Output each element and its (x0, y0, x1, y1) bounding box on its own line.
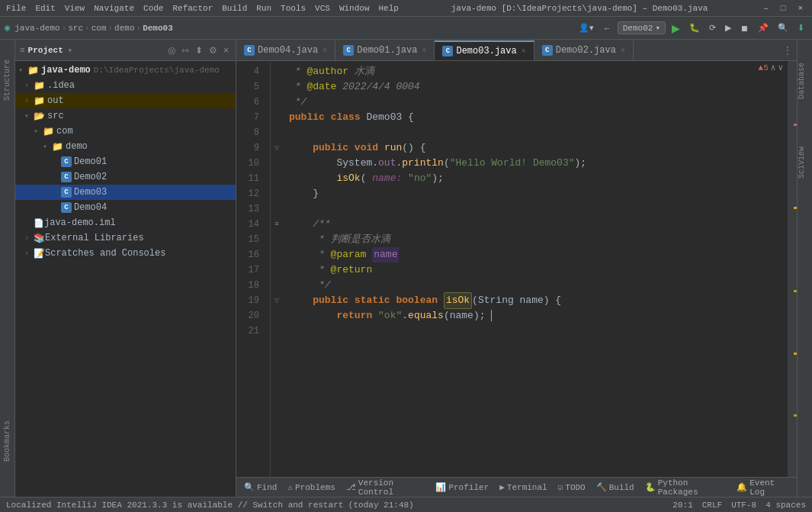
gutter-5 (271, 79, 283, 95)
database-panel-tab[interactable]: Database (798, 63, 806, 99)
panel-locate-button[interactable]: ◎ (165, 44, 178, 56)
fold-arrow-19[interactable]: ▽ (274, 296, 279, 305)
panel-close-button[interactable]: × (221, 44, 231, 56)
profiler-button[interactable]: 📊 Profiler (431, 481, 493, 494)
menu-vcs[interactable]: VCS (315, 4, 330, 13)
tree-item-demo[interactable]: ▾ 📁 demo (15, 139, 236, 154)
tree-arrow-src: ▾ (24, 111, 34, 121)
fold-arrow-9[interactable]: ▽ (274, 143, 279, 153)
version-control-button[interactable]: ⎇ Version Control (342, 477, 430, 498)
minimize-button[interactable]: – (760, 4, 772, 13)
tree-item-src[interactable]: ▾ 📂 src (15, 108, 236, 124)
menu-code[interactable]: Code (143, 4, 163, 13)
nav-back-button[interactable]: ← (600, 22, 615, 34)
indent-settings[interactable]: 4 spaces (765, 501, 806, 510)
todo-button[interactable]: ☑ TODO (554, 481, 590, 494)
tree-root[interactable]: ▾ 📁 java-demo D:\IdeaProjects\java-demo (15, 63, 236, 78)
panel-collapse-button[interactable]: ⬍ (193, 44, 205, 56)
tree-item-demo01[interactable]: C Demo01 (15, 154, 236, 169)
src-folder-icon: 📂 (34, 111, 45, 122)
coverage-button[interactable]: ⟳ (706, 21, 719, 34)
menu-refactor[interactable]: Refactor (172, 4, 213, 13)
menu-view[interactable]: View (65, 4, 85, 13)
tree-item-demo04[interactable]: C Demo04 (15, 200, 236, 215)
tree-label-demo03: Demo03 (74, 187, 107, 198)
menu-navigate[interactable]: Navigate (94, 4, 134, 13)
tree-item-demo03[interactable]: C Demo03 (15, 185, 236, 200)
tree-arrow-idea: › (24, 82, 34, 90)
bookmarks-tab[interactable]: Bookmarks (2, 416, 13, 466)
close-button[interactable]: × (794, 4, 806, 13)
build-button[interactable]: 🔨 Build (592, 481, 639, 494)
tree-label-src: src (47, 111, 64, 121)
tree-item-demo02[interactable]: C Demo02 (15, 169, 236, 185)
menu-file[interactable]: File (6, 4, 26, 13)
encoding[interactable]: UTF-8 (731, 501, 756, 510)
tab-demo04-icon: C (244, 45, 255, 56)
gutter-13 (271, 201, 283, 217)
terminal-button[interactable]: ▶ Terminal (495, 481, 551, 494)
stop-button[interactable]: ⏹ (737, 22, 752, 34)
tab-demo03[interactable]: C Demo03.java × (435, 40, 534, 60)
menu-run[interactable]: Run (256, 4, 271, 13)
tree-item-idea[interactable]: › 📁 .idea (15, 78, 236, 93)
tab-demo02-close[interactable]: × (621, 47, 625, 55)
tree-item-scratches[interactable]: › 📝 Scratches and Consoles (15, 246, 236, 261)
gutter-17 (271, 262, 283, 278)
tab-demo04-close[interactable]: × (323, 47, 327, 55)
nav-user-button[interactable]: 👤▾ (576, 21, 597, 34)
tab-demo01-close[interactable]: × (422, 47, 426, 55)
demo03-class-icon: C (61, 187, 72, 198)
editor-content[interactable]: ▲5 ∧ ∨ 4 5 6 7 8 9 10 11 12 13 14 15 16 … (236, 61, 797, 477)
find-button[interactable]: 🔍 Find (239, 481, 281, 494)
maximize-button[interactable]: □ (778, 4, 789, 13)
tab-demo04[interactable]: C Demo04.java × (236, 40, 335, 60)
gutter-9: ▽ (271, 140, 283, 156)
search-everywhere-button[interactable]: 🔍 (775, 21, 791, 34)
panel-settings-button[interactable]: ⚙ (207, 44, 220, 56)
tabs-more-button[interactable]: ⋮ (778, 40, 797, 60)
demo04-class-icon: C (61, 202, 72, 213)
line-ending[interactable]: CRLF (702, 501, 722, 510)
profile-button[interactable]: ▶ (722, 21, 734, 34)
menu-tools[interactable]: Tools (281, 4, 306, 13)
code-line-15: * 判断是否水滴 (283, 232, 788, 247)
structure-tab[interactable]: Structure (2, 55, 13, 105)
event-log-button[interactable]: 🔔 Event Log (732, 477, 794, 498)
tree-item-extlib[interactable]: › 📚 External Libraries (15, 230, 236, 246)
cursor-position[interactable]: 20:1 (672, 501, 692, 510)
tab-demo02[interactable]: C Demo02.java × (534, 40, 634, 60)
editor-scrollbar[interactable] (788, 61, 797, 477)
breadcrumb-src[interactable]: src (68, 24, 83, 33)
breadcrumb-com[interactable]: com (91, 24, 107, 33)
panel-expand-button[interactable]: ⇿ (179, 44, 191, 56)
tab-demo01-icon: C (343, 45, 354, 56)
problems-button[interactable]: ⚠ Problems (283, 481, 339, 494)
tree-item-com[interactable]: ▾ 📁 com (15, 124, 236, 139)
terminal-label: Terminal (507, 483, 547, 492)
menu-help[interactable]: Help (379, 4, 399, 13)
python-packages-button[interactable]: 🐍 Python Packages (640, 477, 729, 498)
sciview-panel-tab[interactable]: SciView (798, 147, 806, 179)
tab-demo03-close[interactable]: × (522, 47, 526, 56)
tab-demo01[interactable]: C Demo01.java × (335, 40, 435, 60)
run-button[interactable]: ▶ (669, 21, 683, 36)
menu-edit[interactable]: Edit (35, 4, 55, 13)
panel-toggle-icon[interactable]: ≡ (20, 46, 25, 55)
error-nav-up[interactable]: ∧ (771, 63, 776, 72)
problems-icon: ⚠ (287, 482, 293, 492)
pin-button[interactable]: 📌 (755, 21, 772, 34)
tree-item-iml[interactable]: 📄 java-demo.iml (15, 215, 236, 230)
menu-window[interactable]: Window (339, 4, 370, 13)
run-config-selector[interactable]: Demo02 ▾ (618, 21, 666, 34)
menu-build[interactable]: Build (222, 4, 247, 13)
line-num-15: 15 (236, 232, 264, 247)
error-nav-down[interactable]: ∨ (778, 63, 783, 72)
panel-dropdown-icon[interactable]: ▾ (68, 46, 72, 55)
update-button[interactable]: ⬇ (794, 21, 807, 34)
tree-item-out[interactable]: › 📁 out (15, 93, 236, 108)
breadcrumb-project[interactable]: java-demo (14, 24, 59, 33)
debug-button[interactable]: 🐛 (686, 21, 703, 34)
code-editor[interactable]: * @author 水滴 * @date 2022/4/4 0004 */ pu… (283, 61, 788, 477)
breadcrumb-demo[interactable]: demo (114, 24, 134, 33)
